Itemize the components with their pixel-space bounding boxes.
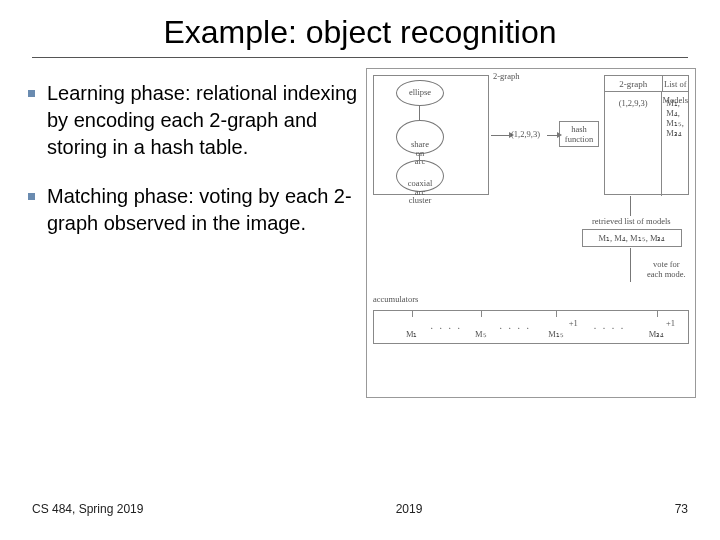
footer-left: CS 484, Spring 2019 [32,502,143,516]
bullet-icon [28,90,35,97]
two-graph-box: ellipse share on arc coaxial arc cluster [373,75,489,195]
bullet-icon [28,193,35,200]
node-label: coaxial arc cluster [397,179,443,205]
slide-title: Example: object recognition [0,0,720,57]
two-graph-caption: 2-graph [493,71,519,81]
arrow-down-icon [630,196,631,216]
models-row: (1,2,9,3) M₁, M₄, M₁₅, M₃₄ [605,92,688,196]
models-row-value: M₁, M₄, M₁₅, M₃₄ [662,92,688,196]
dots-icon: . . . . [500,320,532,331]
accum-mark: M₃₄ [649,329,665,339]
models-row-key: (1,2,9,3) [605,92,662,196]
bullet-text: Learning phase: relational indexing by e… [47,80,358,161]
dots-icon: . . . . [431,320,463,331]
tick-icon [657,311,658,317]
node-coaxial: coaxial arc cluster [396,160,444,192]
vote-caption: vote for each mode. [647,259,686,279]
plus-one: +1 [569,318,578,328]
dots-icon: . . . . [594,320,626,331]
hash-function-box: hash function [559,121,599,147]
slide-body: Learning phase: relational indexing by e… [0,68,720,398]
models-header-right: List of Models [663,76,689,91]
node-label: ellipse [397,88,443,97]
graph-edge [419,106,420,120]
accum-mark: M₅ [475,329,487,339]
tick-icon [556,311,557,317]
accum-mark: M₁₅ [548,329,564,339]
bullet-item: Learning phase: relational indexing by e… [28,80,358,161]
graph-edge [419,154,420,161]
accumulators-label: accumulators [373,294,418,304]
arrow-icon [547,135,557,136]
diagram: ellipse share on arc coaxial arc cluster… [366,68,696,398]
tick-icon [412,311,413,317]
accum-mark: M₁ [406,329,418,339]
bullet-text: Matching phase: voting by each 2-graph o… [47,183,358,237]
text-column: Learning phase: relational indexing by e… [28,68,358,398]
tuple-in: (1,2,9,3) [511,129,540,139]
node-share-arc: share on arc [396,120,444,154]
footer-right: 73 [675,502,688,516]
node-ellipse: ellipse [396,80,444,106]
bullet-item: Matching phase: voting by each 2-graph o… [28,183,358,237]
models-header: 2-graph List of Models [605,76,688,92]
accumulators-axis: M₁ . . . . M₅ . . . . M₁₅ +1 . . . . M₃₄… [373,310,689,344]
title-rule [32,57,688,58]
models-table: 2-graph List of Models (1,2,9,3) M₁, M₄,… [604,75,689,195]
retrieved-box: M₁, M₄, M₁₅, M₃₄ [582,229,682,247]
plus-one: +1 [666,318,675,328]
slide-footer: CS 484, Spring 2019 2019 73 [0,502,720,516]
tick-icon [481,311,482,317]
footer-center: 2019 [396,502,423,516]
arrow-icon [491,135,509,136]
models-header-left: 2-graph [605,76,663,91]
retrieved-caption: retrieved list of models [592,216,671,226]
arrow-down-icon [630,248,631,282]
